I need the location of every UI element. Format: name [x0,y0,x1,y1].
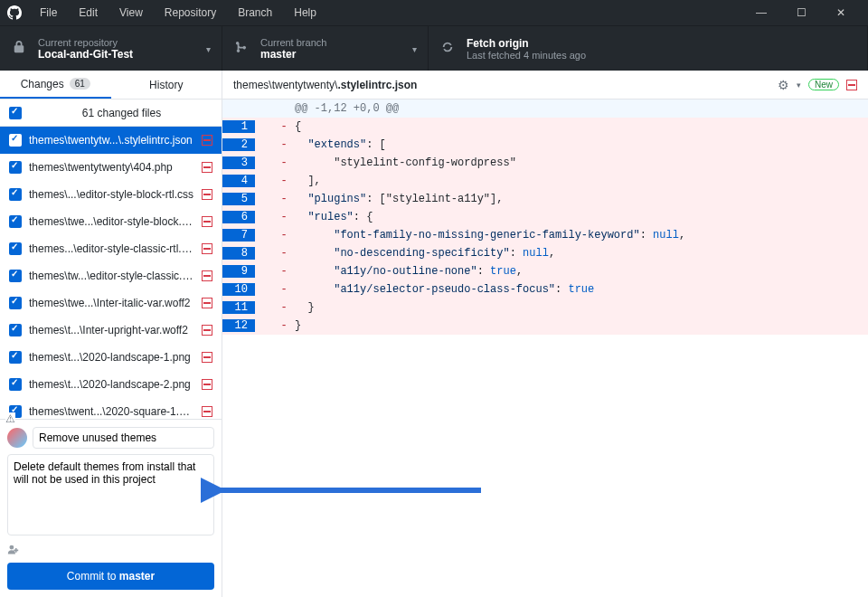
file-row[interactable]: themes...\editor-style-classic-rtl.css [0,235,222,262]
sync-icon [441,41,456,56]
window-controls: ― ☐ ✕ [741,0,861,25]
chevron-down-icon[interactable]: ▾ [797,81,801,90]
diff-line[interactable]: 3- "stylelint-config-wordpress" [222,154,868,172]
current-branch-dropdown[interactable]: Current branch master ▾ [222,26,429,71]
menu-branch[interactable]: Branch [229,3,281,23]
deleted-icon [202,270,212,281]
deleted-icon [202,162,212,173]
file-row[interactable]: themes\tw...\editor-style-classic.css [0,262,222,289]
file-row[interactable]: themes\t...\2020-landscape-1.png [0,344,222,371]
file-name: themes\...\editor-style-block-rtl.css [29,188,194,201]
diff-line[interactable]: 7- "font-family-no-missing-generic-famil… [222,226,868,244]
chevron-down-icon: ▾ [206,43,211,53]
deleted-icon [202,298,212,308]
file-name: themes...\editor-style-classic-rtl.css [29,242,194,255]
file-checkbox[interactable] [9,270,22,282]
diff-line[interactable]: 6- "rules": { [222,208,868,226]
menu-edit[interactable]: Edit [70,3,107,23]
changed-files-label: 61 changed files [31,107,212,119]
commit-summary-input[interactable] [33,427,214,449]
warning-icon: ⚠ [5,412,15,425]
diff-line[interactable]: 8- "no-descending-specificity": null, [222,244,868,262]
branch-icon [235,41,250,56]
tab-history[interactable]: History [111,71,222,99]
file-checkbox[interactable] [9,297,22,309]
file-checkbox[interactable] [9,324,22,336]
branch-value: master [260,48,326,61]
files-header: 61 changed files [0,100,222,127]
diff-header: themes\twentytwenty\.stylelintrc.json ⚙▾… [222,71,868,100]
diff-line[interactable]: 5- "plugins": ["stylelint-a11y"], [222,190,868,208]
file-list: themes\twentytw...\.stylelintrc.jsonthem… [0,127,222,419]
menu-file[interactable]: File [31,3,66,23]
branch-label: Current branch [260,37,326,48]
titlebar: FileEditViewRepositoryBranchHelp ― ☐ ✕ [0,0,868,25]
menu-repository[interactable]: Repository [156,3,225,23]
menu-help[interactable]: Help [285,3,326,23]
menu-view[interactable]: View [110,3,152,23]
diff-line[interactable]: 2- "extends": [ [222,136,868,154]
file-row[interactable]: themes\twe...\Inter-italic-var.woff2 [0,289,222,317]
fetch-status: Last fetched 4 minutes ago [467,50,586,61]
file-name: themes\t...\Inter-upright-var.woff2 [29,324,194,336]
deleted-icon [202,243,212,254]
fetch-label: Fetch origin [467,37,586,50]
file-name: themes\t...\2020-landscape-2.png [29,378,194,391]
deleted-icon [202,189,212,200]
diff-line[interactable]: 11- } [222,298,868,317]
sidebar-tabs: Changes 61 History [0,71,222,100]
avatar [7,428,27,448]
file-row[interactable]: themes\twe...\editor-style-block.css [0,208,222,235]
file-row[interactable]: themes\...\editor-style-block-rtl.css [0,181,222,208]
file-checkbox[interactable] [9,188,22,201]
diff-line[interactable]: 4- ], [222,172,868,190]
diff-line[interactable]: 10- "a11y/selector-pseudo-class-focus": … [222,280,868,298]
file-name: themes\twe...\editor-style-block.css [29,215,194,228]
file-checkbox[interactable] [9,378,22,391]
file-checkbox[interactable] [9,161,22,174]
file-row[interactable]: themes\t...\Inter-upright-var.woff2 [0,317,222,344]
file-row[interactable]: themes\twentytw...\.stylelintrc.json [0,127,222,154]
close-button[interactable]: ✕ [821,0,861,25]
commit-button[interactable]: Commit to master [7,563,214,590]
app-menu: FileEditViewRepositoryBranchHelp [31,3,326,23]
file-checkbox[interactable] [9,351,22,364]
file-name: themes\twe...\Inter-italic-var.woff2 [29,297,194,309]
diff-line[interactable]: 1-{ [222,118,868,136]
sidebar: Changes 61 History 61 changed files them… [0,71,222,597]
file-name: themes\t...\2020-landscape-1.png [29,351,194,364]
diff-line[interactable]: @@ -1,12 +0,0 @@ [222,100,868,118]
tab-changes[interactable]: Changes 61 [0,71,111,99]
file-row[interactable]: themes\twent...\2020-square-1.png [0,398,222,419]
maximize-button[interactable]: ☐ [781,0,821,25]
deleted-icon [202,216,212,227]
changes-count-badge: 61 [70,78,90,90]
gear-icon[interactable]: ⚙ [778,78,789,92]
file-row[interactable]: themes\t...\2020-landscape-2.png [0,371,222,398]
commit-description-input[interactable] [7,454,214,535]
diff-line[interactable]: 12-} [222,317,868,335]
file-checkbox[interactable] [9,134,22,147]
file-name: themes\twentytwenty\404.php [29,161,194,174]
diff-file-path: themes\twentytwenty\.stylelintrc.json [233,79,770,91]
repo-label: Current repository [38,37,133,48]
repo-value: Local-and-Git-Test [38,48,133,61]
file-checkbox[interactable] [9,215,22,228]
add-coauthor-button[interactable] [7,542,214,555]
file-checkbox[interactable] [9,242,22,255]
minimize-button[interactable]: ― [741,0,781,25]
file-name: themes\twentytw...\.stylelintrc.json [29,134,194,147]
diff-body[interactable]: @@ -1,12 +0,0 @@1-{2- "extends": [3- "st… [222,100,868,335]
diff-line[interactable]: 9- "a11y/no-outline-none": true, [222,262,868,280]
fetch-origin-button[interactable]: Fetch origin Last fetched 4 minutes ago [429,26,868,71]
file-name: themes\tw...\editor-style-classic.css [29,270,194,282]
current-repository-dropdown[interactable]: Current repository Local-and-Git-Test ▾ [0,26,222,71]
file-name: themes\twent...\2020-square-1.png [29,405,194,418]
commit-area: ⚠ Commit to master [0,419,222,597]
deleted-icon [202,135,212,146]
deleted-icon [202,379,212,390]
chevron-down-icon: ▾ [412,43,417,53]
select-all-checkbox[interactable] [9,107,22,119]
file-row[interactable]: themes\twentytwenty\404.php [0,154,222,181]
deleted-icon [846,80,857,90]
